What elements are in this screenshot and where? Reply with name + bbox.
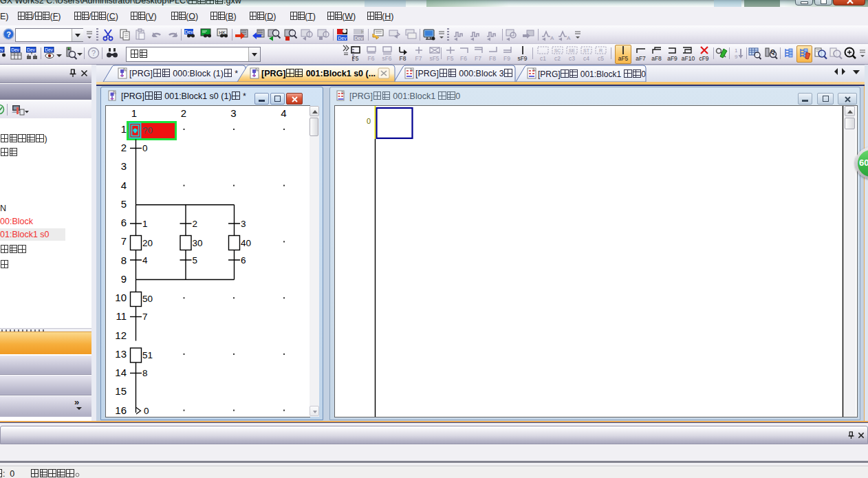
svg-text:9: 9 bbox=[120, 273, 126, 285]
svg-text:5: 5 bbox=[192, 255, 197, 265]
svg-text:SC: SC bbox=[554, 48, 561, 53]
svg-text:1: 1 bbox=[142, 219, 148, 229]
svg-text:15: 15 bbox=[115, 385, 127, 397]
svg-text:4: 4 bbox=[120, 180, 126, 191]
svg-text:11: 11 bbox=[116, 310, 127, 322]
svg-text:2: 2 bbox=[120, 142, 126, 153]
svg-text:10: 10 bbox=[115, 292, 127, 303]
svg-text:6: 6 bbox=[241, 255, 246, 265]
svg-text:8: 8 bbox=[120, 254, 126, 266]
svg-text:6: 6 bbox=[120, 217, 126, 228]
svg-text:ST: ST bbox=[583, 48, 590, 53]
svg-text:0: 0 bbox=[144, 406, 149, 416]
svg-text:2: 2 bbox=[180, 107, 186, 119]
svg-text:1: 1 bbox=[120, 123, 126, 135]
svg-text:12: 12 bbox=[115, 329, 127, 341]
svg-text:?: ? bbox=[6, 30, 11, 39]
svg-text:SE: SE bbox=[569, 48, 576, 53]
svg-text:Dev: Dev bbox=[27, 47, 35, 52]
svg-text:Dev: Dev bbox=[354, 36, 363, 41]
svg-text:20: 20 bbox=[142, 238, 153, 248]
svg-text:8: 8 bbox=[142, 368, 148, 378]
svg-text:4: 4 bbox=[281, 107, 286, 119]
svg-text:?: ? bbox=[91, 49, 96, 57]
svg-text:16: 16 bbox=[115, 404, 127, 416]
svg-text:1: 1 bbox=[735, 47, 738, 54]
svg-text:2: 2 bbox=[192, 219, 197, 229]
svg-text:3: 3 bbox=[241, 219, 246, 229]
svg-text:R: R bbox=[599, 48, 603, 53]
svg-text:5: 5 bbox=[120, 198, 126, 210]
svg-text:Dev: Dev bbox=[0, 47, 4, 52]
svg-text:7: 7 bbox=[120, 235, 126, 247]
svg-text:40: 40 bbox=[241, 238, 251, 248]
svg-text:3: 3 bbox=[120, 160, 126, 172]
svg-text:7: 7 bbox=[142, 312, 148, 322]
svg-text:0: 0 bbox=[366, 117, 370, 125]
svg-text:13: 13 bbox=[115, 348, 127, 360]
svg-text:?0: ?0 bbox=[142, 125, 153, 135]
svg-text:Dev: Dev bbox=[338, 36, 347, 41]
svg-text:3: 3 bbox=[230, 107, 236, 119]
svg-text:1: 1 bbox=[131, 107, 136, 119]
svg-text:30: 30 bbox=[192, 238, 202, 248]
svg-text:Dev: Dev bbox=[45, 47, 53, 52]
svg-text:A: A bbox=[567, 35, 571, 41]
svg-text:9: 9 bbox=[735, 54, 738, 60]
svg-text:A: A bbox=[550, 35, 554, 41]
svg-text:4: 4 bbox=[142, 255, 148, 265]
svg-text:51: 51 bbox=[142, 350, 153, 360]
svg-text:50: 50 bbox=[142, 294, 153, 304]
svg-text:14: 14 bbox=[115, 367, 127, 378]
svg-text:Dev: Dev bbox=[11, 47, 19, 52]
svg-text:Dev: Dev bbox=[184, 30, 193, 34]
svg-text:0: 0 bbox=[142, 143, 148, 153]
